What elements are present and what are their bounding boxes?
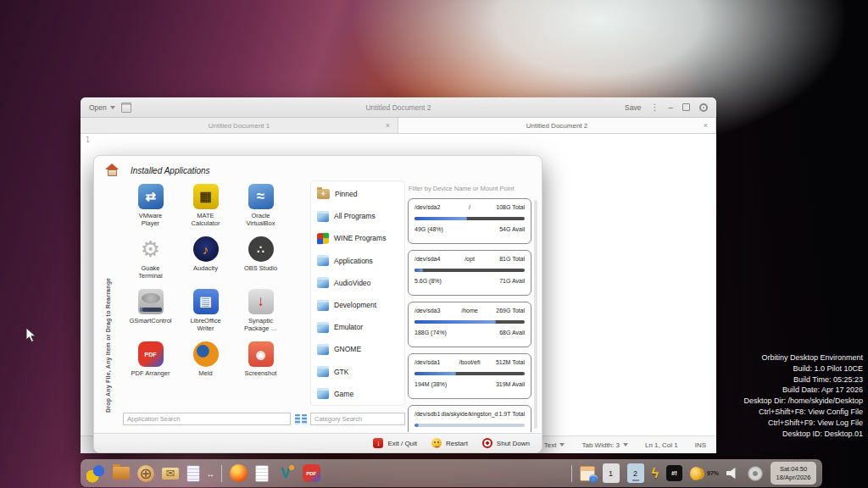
wine-windows-icon — [317, 232, 329, 244]
info-line: Build Time: 05:25:23 — [743, 374, 863, 385]
disk-usage-list: /dev/sda2/108G Total 49G (48%)54G Avail … — [408, 198, 531, 432]
app-item-synaptic[interactable]: ↓ SynapticPackage … — [233, 286, 288, 338]
category-item-applications[interactable]: Applications — [311, 250, 404, 272]
clock-time: Sat:04:50 — [780, 465, 807, 474]
drop-hint-label: Drop Any File, Any Item or Drag to Rearr… — [105, 278, 111, 413]
ide-icon[interactable]: V — [276, 464, 295, 483]
save-button[interactable]: Save — [625, 103, 641, 112]
system-monitor-icon[interactable] — [748, 466, 763, 481]
usage-bar — [415, 372, 525, 375]
info-line: Build: 1.0 Pilot 10CE — [743, 363, 863, 374]
vmware-player-icon: ⇄ — [138, 184, 164, 209]
app-item-guake-terminal[interactable]: ⚙ GuakeTerminal — [123, 233, 178, 286]
web-browser-icon[interactable]: ⊕ — [137, 465, 154, 482]
app-item-libreoffice-writer[interactable]: ▤ LibreOfficeWriter — [178, 286, 233, 338]
taskbar: ⊕ ✉ ‥ V PDF 1 2 ϟ #! 97% Sat:04:50 18/Ap… — [81, 459, 822, 487]
cube-icon — [317, 300, 329, 311]
view-toggle-icon[interactable] — [295, 414, 307, 424]
category-item-development[interactable]: Development — [311, 294, 404, 316]
tab-close-icon[interactable]: × — [704, 121, 708, 130]
category-item-wine-programs[interactable]: WINE Programs — [311, 227, 404, 249]
virtualbox-icon: ≈ — [248, 184, 274, 209]
app-item-audacity[interactable]: ♪ Audacity — [178, 233, 233, 286]
disk-filter-placeholder[interactable]: Filter by Device Name or Mount Point — [409, 185, 515, 192]
file-manager-icon[interactable] — [113, 467, 130, 480]
installed-applications-window: Installed Applications Drop Any File, An… — [93, 155, 542, 453]
pinned-folder-icon — [317, 189, 330, 199]
new-document-icon[interactable] — [121, 103, 131, 113]
workspace-2-button[interactable]: 2 — [627, 463, 644, 483]
category-item-all-programs[interactable]: All Programs — [311, 205, 404, 227]
mouse-cursor — [25, 327, 37, 344]
restart-button[interactable]: Restart — [431, 438, 468, 448]
cube-icon — [317, 388, 329, 399]
app-item-oracle-virtualbox[interactable]: ≈ OracleVirtualBox — [233, 180, 288, 233]
app-item-obs-studio[interactable]: ∴ OBS Studio — [233, 233, 288, 286]
exit-quit-button[interactable]: ↓ Exit / Quit — [373, 438, 417, 448]
cube-icon — [317, 211, 329, 222]
app-item-meld[interactable]: Meld — [178, 338, 233, 391]
terminal-hashbang-icon[interactable]: #! — [666, 465, 682, 481]
taskbar-separator — [571, 465, 572, 482]
editor-titlebar[interactable]: Open Untitled Document 2 Save ⋮ – — [81, 97, 716, 118]
category-item-game[interactable]: Game — [311, 383, 404, 405]
battery-percent: 97% — [707, 470, 719, 476]
screenshot-icon: ◉ — [248, 341, 274, 367]
volume-icon[interactable] — [726, 467, 740, 480]
tab-untitled-document-2[interactable]: Untitled Document 2 × — [398, 118, 716, 133]
app-item-mate-calculator[interactable]: ▦ MATECalculator — [178, 180, 233, 233]
overflow-icon[interactable]: ‥ — [208, 469, 214, 478]
battery-indicator[interactable]: 97% — [690, 467, 719, 480]
libreoffice-writer-icon: ▤ — [193, 289, 219, 314]
tab-width-selector[interactable]: Tab Width: 3 — [581, 441, 627, 449]
tab-untitled-document-1[interactable]: Untitled Document 1 × — [81, 118, 398, 133]
category-item-emulator[interactable]: Emulator — [311, 316, 404, 338]
menu-kebab-icon[interactable]: ⋮ — [650, 103, 659, 112]
meld-icon — [193, 341, 219, 367]
usage-bar — [415, 269, 525, 272]
pdf-viewer-icon[interactable]: PDF — [303, 464, 320, 482]
close-button[interactable] — [699, 103, 708, 112]
app-item-screenshot[interactable]: ◉ Screenshot — [233, 338, 288, 391]
exit-icon: ↓ — [373, 438, 383, 448]
application-search-input[interactable] — [123, 413, 291, 425]
app-item-gsmartcontrol[interactable]: GSmartControl — [123, 286, 178, 338]
mate-calculator-icon: ▦ — [193, 184, 219, 209]
power-profile-icon[interactable]: ϟ — [652, 466, 659, 481]
maximize-button[interactable] — [682, 103, 690, 111]
open-button[interactable]: Open — [89, 103, 115, 112]
info-line: Orbitiny Desktop Environment — [743, 352, 863, 363]
app-launcher-icon[interactable] — [86, 464, 105, 483]
taskbar-separator — [221, 465, 222, 482]
app-item-vmware-player[interactable]: ⇄ VMwarePlayer — [123, 180, 178, 233]
firefox-icon[interactable] — [230, 464, 248, 482]
category-item-gnome[interactable]: GNOME — [311, 338, 404, 360]
shutdown-button[interactable]: Shut Down — [482, 438, 530, 448]
text-editor-icon[interactable] — [186, 465, 200, 482]
cursor-position: Ln 1, Col 1 — [645, 441, 678, 449]
category-search-input[interactable] — [310, 413, 405, 425]
cube-icon — [317, 322, 329, 333]
tab-close-icon[interactable]: × — [386, 121, 390, 130]
gsmartcontrol-icon — [138, 289, 164, 314]
mail-icon[interactable]: ✉ — [162, 468, 179, 480]
category-item-gtk[interactable]: GTK — [311, 361, 404, 383]
cube-icon — [317, 277, 329, 288]
minimize-button[interactable]: – — [668, 105, 673, 110]
guake-terminal-icon: ⚙ — [138, 236, 164, 262]
category-item-audiovideo[interactable]: AudioVideo — [311, 272, 404, 294]
app-grid-icon[interactable] — [580, 466, 595, 481]
disk-card-sdb1: /dev/sdb1dia/skyide/kingston_d1.9T Total — [408, 405, 531, 432]
document-icon[interactable] — [255, 465, 269, 482]
cube-icon — [317, 255, 329, 266]
cube-icon — [317, 344, 329, 355]
category-item-pinned[interactable]: Pinned — [311, 183, 404, 205]
usage-bar — [415, 424, 525, 427]
clock[interactable]: Sat:04:50 18/Apr/2026 — [771, 462, 816, 485]
workspace-1-button[interactable]: 1 — [603, 463, 620, 483]
disk-list-scrollbar[interactable] — [534, 200, 537, 429]
app-grid: ⇄ VMwarePlayer ▦ MATECalculator ≈ Oracle… — [123, 180, 288, 391]
app-item-pdf-arranger[interactable]: PDF PDF Arranger — [123, 338, 178, 391]
info-line: Ctrl+Shift+F9: View Log File — [743, 418, 863, 429]
launcher-action-bar: ↓ Exit / Quit Restart Shut Down — [94, 433, 542, 452]
